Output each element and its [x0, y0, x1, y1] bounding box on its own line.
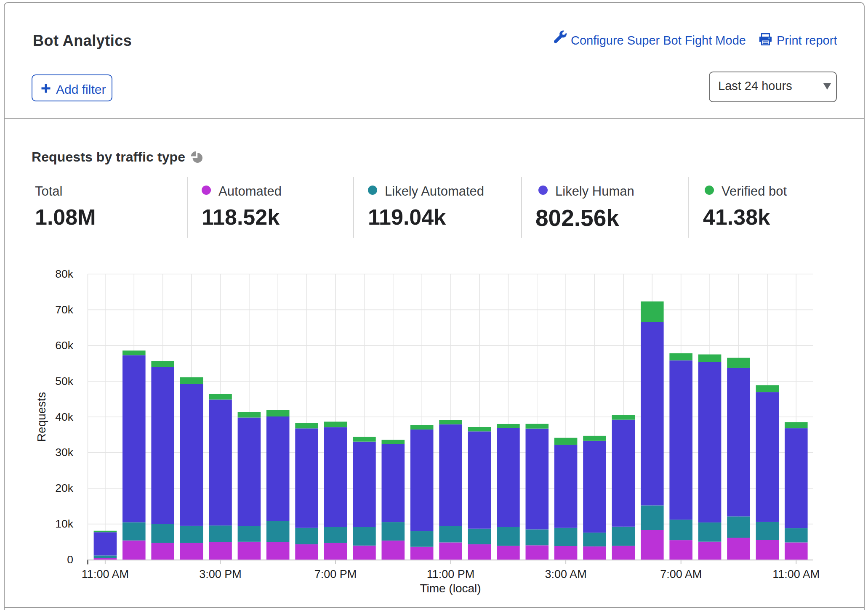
svg-text:3:00 PM: 3:00 PM — [199, 568, 242, 581]
svg-text:80k: 80k — [55, 268, 73, 280]
svg-text:7:00 AM: 7:00 AM — [660, 568, 702, 581]
svg-text:7:00 PM: 7:00 PM — [314, 568, 357, 581]
svg-text:11:00 AM: 11:00 AM — [772, 568, 820, 581]
svg-text:20k: 20k — [55, 482, 73, 494]
svg-text:60k: 60k — [55, 339, 73, 352]
svg-text:10k: 10k — [55, 517, 73, 530]
svg-text:11:00 AM: 11:00 AM — [82, 568, 129, 581]
svg-text:0: 0 — [67, 553, 73, 566]
svg-text:Requests: Requests — [35, 392, 48, 442]
svg-text:40k: 40k — [55, 411, 73, 423]
svg-text:Time (local): Time (local) — [420, 582, 481, 595]
svg-text:3:00 AM: 3:00 AM — [545, 568, 587, 581]
svg-text:11:00 PM: 11:00 PM — [427, 568, 475, 581]
svg-text:50k: 50k — [55, 375, 73, 387]
svg-text:30k: 30k — [55, 446, 73, 459]
svg-text:70k: 70k — [55, 303, 73, 316]
